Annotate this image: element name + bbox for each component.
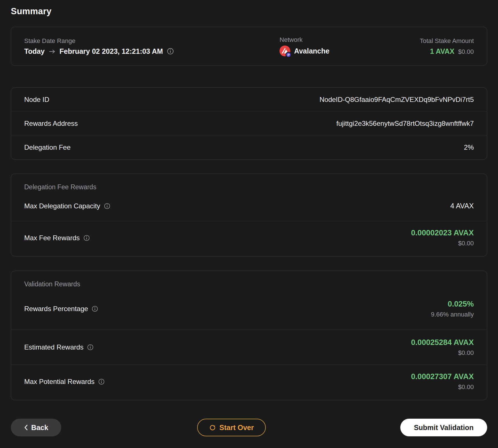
total-stake-value: 1 AVAX $0.00 [430,47,474,56]
rewards-address-value: fujittgi2e3k56enytwSd78rtOtsq3izg8wnftff… [336,120,474,128]
rewards-percentage-annual: 9.66% annually [431,311,474,318]
network-label: Network [279,36,420,44]
stake-end-date: February 02 2023, 12:21:03 AM [60,47,163,56]
table-row-node-id: Node ID NodeID-Q8Gfaaio9FAqCmZVEXDq9bFvN… [11,88,487,112]
avalanche-logo-icon: P [279,46,290,56]
validation-rewards-card: Validation Rewards Rewards Percentage 0.… [11,271,487,400]
stake-date-range-column: Stake Date Range Today February 02 2023,… [24,37,279,56]
estimated-rewards-row: Estimated Rewards 0.00025284 AVAX $0.00 [11,330,487,365]
total-stake-column: Total Stake Amount 1 AVAX $0.00 [420,37,474,56]
rewards-percentage-value-block: 0.025% 9.66% annually [431,300,474,318]
rewards-percentage-label: Rewards Percentage [24,305,88,313]
node-id-label: Node ID [24,96,49,104]
node-id-value: NodeID-Q8Gfaaio9FAqCmZVEXDq9bFvNPvDi7rt5 [319,96,474,104]
page-title: Summary [11,0,487,17]
restart-icon [209,424,216,431]
estimated-rewards-label: Estimated Rewards [24,343,83,351]
max-delegation-capacity-label-group: Max Delegation Capacity [24,202,110,210]
max-fee-rewards-value-block: 0.00002023 AVAX $0.00 [411,229,474,247]
max-fee-rewards-usd: $0.00 [458,240,474,247]
max-potential-rewards-row: Max Potential Rewards 0.00027307 AVAX $0… [11,365,487,398]
summary-page: Summary Stake Date Range Today February … [0,0,498,448]
footer-actions: Back Start Over Submit Validation [11,419,487,437]
submit-validation-button-label: Submit Validation [414,424,474,432]
max-potential-rewards-value-block: 0.00027307 AVAX $0.00 [411,372,474,391]
back-button[interactable]: Back [11,419,61,436]
submit-validation-button[interactable]: Submit Validation [400,419,487,436]
network-value: P Avalanche [279,46,420,56]
stake-date-info-icon[interactable] [167,48,174,55]
delegation-fee-rewards-card: Delegation Fee Rewards Max Delegation Ca… [11,174,487,256]
chevron-left-icon [24,424,28,431]
total-stake-usd: $0.00 [458,48,474,56]
delegation-fee-label: Delegation Fee [24,143,71,151]
rewards-percentage-value: 0.025% [448,300,474,309]
stake-start-date: Today [24,47,45,56]
max-fee-rewards-label-group: Max Fee Rewards [24,234,90,242]
arrow-right-icon [49,49,56,54]
delegation-fee-value: 2% [464,143,474,151]
table-row-delegation-fee: Delegation Fee 2% [11,135,487,159]
estimated-rewards-info-icon[interactable] [87,344,93,350]
max-potential-rewards-label: Max Potential Rewards [24,378,95,386]
rewards-percentage-label-group: Rewards Percentage [24,305,98,313]
rewards-percentage-info-icon[interactable] [92,306,98,312]
table-row-rewards-address: Rewards Address fujittgi2e3k56enytwSd78r… [11,112,487,135]
delegation-fee-rewards-section-label: Delegation Fee Rewards [11,183,487,191]
back-button-label: Back [31,424,48,432]
max-potential-rewards-label-group: Max Potential Rewards [24,378,105,386]
stake-date-range-value: Today February 02 2023, 12:21:03 AM [24,47,279,56]
estimated-rewards-value-block: 0.00025284 AVAX $0.00 [411,338,474,357]
network-column: Network P Avalanche [279,36,420,56]
p-chain-badge: P [285,52,291,58]
node-details-table: Node ID NodeID-Q8Gfaaio9FAqCmZVEXDq9bFvN… [11,87,487,160]
max-delegation-capacity-row: Max Delegation Capacity 4 AVAX [11,191,487,221]
rewards-address-label: Rewards Address [24,120,78,128]
network-name: Avalanche [294,47,329,55]
max-potential-rewards-usd: $0.00 [458,383,474,391]
start-over-button[interactable]: Start Over [197,419,266,436]
total-stake-label: Total Stake Amount [420,37,474,45]
max-potential-rewards-amount: 0.00027307 AVAX [411,372,474,381]
max-delegation-capacity-info-icon[interactable] [104,203,110,209]
max-fee-rewards-row: Max Fee Rewards 0.00002023 AVAX $0.00 [11,221,487,254]
validation-rewards-section-label: Validation Rewards [11,280,487,288]
max-potential-rewards-info-icon[interactable] [98,379,105,385]
max-fee-rewards-info-icon[interactable] [83,235,90,241]
max-fee-rewards-label: Max Fee Rewards [24,234,80,242]
total-stake-amount: 1 AVAX [430,47,454,56]
max-delegation-capacity-value: 4 AVAX [450,202,474,210]
rewards-percentage-row: Rewards Percentage 0.025% 9.66% annually [11,288,487,330]
start-over-button-label: Start Over [219,424,254,432]
estimated-rewards-amount: 0.00025284 AVAX [411,338,474,347]
estimated-rewards-usd: $0.00 [458,349,474,357]
max-delegation-capacity-label: Max Delegation Capacity [24,202,100,210]
stake-summary-card: Stake Date Range Today February 02 2023,… [11,27,487,66]
max-fee-rewards-amount: 0.00002023 AVAX [411,229,474,237]
stake-date-range-label: Stake Date Range [24,37,279,45]
estimated-rewards-label-group: Estimated Rewards [24,343,93,351]
